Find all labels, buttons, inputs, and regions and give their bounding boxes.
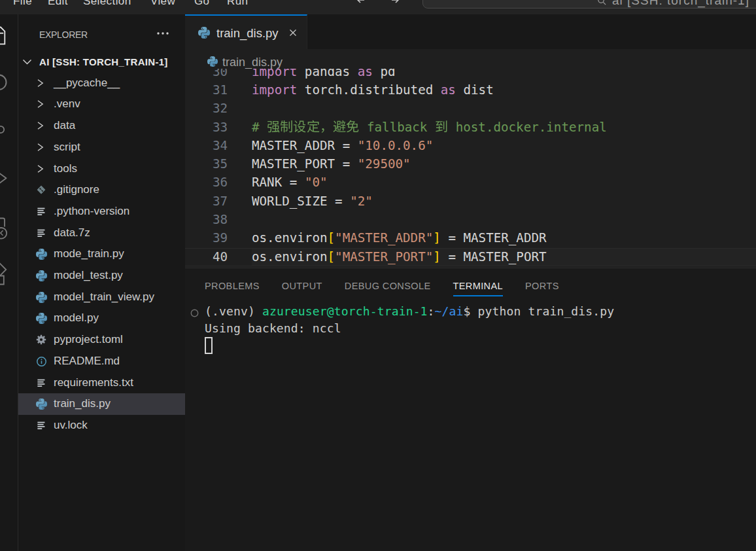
code-token: WORLD_SIZE: [252, 194, 335, 209]
ellipsis-icon[interactable]: [157, 31, 169, 35]
tree-item-model-py[interactable]: model.py: [18, 308, 185, 329]
code-token: "29500": [358, 156, 411, 171]
tree-item-uv-lock[interactable]: uv.lock: [18, 415, 185, 436]
tree-item-label: requirements.txt: [54, 376, 133, 389]
code-line-text: MASTER_PORT = "29500": [252, 155, 411, 173]
tree-item-script[interactable]: script: [18, 137, 185, 158]
command-decoration-icon: [190, 308, 199, 320]
code-token: fallback: [359, 120, 435, 135]
tree-item-data-7z[interactable]: data.7z: [18, 222, 185, 244]
terminal-text-segment: (.venv): [205, 304, 262, 318]
tree-item-label: .gitignore: [54, 183, 99, 196]
tree-item-label: model.py: [54, 311, 99, 325]
tree-item-train-dis-py[interactable]: train_dis.py: [18, 393, 185, 415]
code-token: dist: [456, 82, 494, 98]
code-token: os.environ: [252, 230, 328, 245]
panel-tab-terminal[interactable]: TERMINAL: [453, 277, 504, 296]
menu-run[interactable]: Run: [227, 0, 248, 8]
code-token: pd: [373, 69, 396, 79]
tree-root[interactable]: AI [SSH: TORCH_TRAIN-1]: [18, 51, 185, 73]
code-token: as: [441, 82, 456, 98]
panel-tabs: PROBLEMSOUTPUTDEBUG CONSOLETERMINALPORTS: [205, 277, 559, 296]
gear-file-icon: [36, 334, 47, 346]
command-center[interactable]: ai [SSH: torch_train-1]: [422, 0, 756, 9]
code-editor[interactable]: 30import pandas as pd31import torch.dist…: [185, 69, 756, 268]
code-token: =: [290, 175, 305, 190]
code-line-text: MASTER_ADDR = "10.0.0.6": [252, 137, 433, 155]
menu-edit[interactable]: Edit: [48, 0, 68, 8]
run-debug-icon[interactable]: [0, 171, 7, 185]
tree-item-label: tools: [54, 162, 77, 175]
code-line-31: 31import torch.distributed as dist: [185, 81, 756, 99]
text-file-icon: [36, 206, 47, 217]
code-token: "MASTER_PORT": [335, 249, 433, 264]
line-number: 34: [185, 137, 228, 155]
tree-item-model-train-view-py[interactable]: model_train_view.py: [18, 287, 185, 308]
code-token: MASTER_ADDR: [252, 138, 343, 153]
terminal-output[interactable]: (.venv) azureuser@torch-train-1:~/ai$ py…: [205, 303, 614, 337]
panel-tab-problems[interactable]: PROBLEMS: [205, 277, 260, 296]
code-line-36: 36RANK = "0": [185, 173, 756, 192]
tree-item-data[interactable]: data: [18, 115, 185, 137]
code-line-30: 30import pandas as pd: [185, 69, 756, 81]
explorer-sidebar: EXPLORER AI [SSH: TORCH_TRAIN-1]__pycach…: [18, 14, 185, 551]
code-token: MASTER_PORT: [252, 156, 343, 171]
menu-view[interactable]: View: [150, 0, 175, 8]
tree-item--python-version[interactable]: .python-version: [18, 201, 185, 222]
code-token: [: [328, 249, 335, 264]
back-arrow-icon[interactable]: [356, 0, 366, 5]
tree-item--gitignore[interactable]: .gitignore: [18, 179, 185, 201]
panel-tab-debug-console[interactable]: DEBUG CONSOLE: [345, 277, 431, 296]
extensions-icon[interactable]: [0, 262, 6, 285]
panel-tab-output[interactable]: OUTPUT: [282, 277, 322, 296]
tree-item-pyproject-toml[interactable]: pyproject.toml: [18, 329, 185, 351]
cjk-glyph: [307, 120, 320, 133]
text-file-icon: [36, 420, 47, 431]
search-icon[interactable]: [0, 75, 7, 90]
code-token: =: [343, 138, 358, 153]
title-bar: FileEditSelectionViewGoRun ai [SSH: torc…: [0, 0, 756, 14]
tree-item-label: __pycache__: [54, 77, 120, 90]
line-number: 36: [185, 173, 228, 192]
tree-item-label: pyproject.toml: [54, 333, 123, 346]
terminal-text-segment: :: [428, 304, 435, 318]
code-line-text: import pandas as pd: [252, 69, 396, 81]
line-number: 39: [185, 229, 228, 247]
line-number: 30: [185, 69, 228, 81]
line-number: 31: [185, 81, 228, 99]
tree-item-label: data: [54, 119, 75, 132]
tree-item-mode-train-py[interactable]: mode_train.py: [18, 243, 185, 265]
menu-file[interactable]: File: [13, 0, 32, 8]
terminal-text-segment: Using backend: nccl: [205, 321, 341, 335]
tree-item-readme-md[interactable]: README.md: [18, 351, 185, 372]
files-icon[interactable]: [0, 27, 5, 44]
python-file-icon: [36, 292, 47, 303]
forward-arrow-icon[interactable]: [390, 0, 400, 5]
tree-item-model-test-py[interactable]: model_test.py: [18, 265, 185, 287]
tab-train-dis-py[interactable]: train_dis.py: [185, 14, 307, 49]
terminal-text-segment: azureuser@torch-train-1: [262, 304, 428, 318]
chevron-right-icon: [35, 142, 46, 152]
code-token: torch.distributed: [297, 82, 441, 98]
chevron-right-icon: [35, 99, 46, 109]
code-token: import: [252, 69, 297, 79]
tree-item-requirements-txt[interactable]: requirements.txt: [18, 372, 185, 394]
tree-item--venv[interactable]: .venv: [18, 94, 185, 115]
tree-item-tools[interactable]: tools: [18, 158, 185, 180]
remote-explorer-icon[interactable]: [0, 219, 7, 239]
menu-selection[interactable]: Selection: [83, 0, 131, 8]
code-token: =: [343, 156, 358, 171]
source-control-icon[interactable]: [0, 126, 4, 133]
python-icon: [198, 27, 210, 39]
breadcrumb[interactable]: train_dis.py: [185, 49, 756, 69]
python-file-icon: [36, 270, 47, 281]
close-icon[interactable]: [288, 27, 298, 38]
code-token: "10.0.0.6": [358, 138, 434, 153]
menu-go[interactable]: Go: [194, 0, 209, 8]
chevron-right-icon: [35, 120, 46, 131]
cjk-glyph: [435, 120, 448, 133]
tree-item--pycache-[interactable]: __pycache__: [18, 73, 185, 94]
terminal-line: (.venv) azureuser@torch-train-1:~/ai$ py…: [205, 303, 614, 320]
panel-tab-ports[interactable]: PORTS: [525, 277, 559, 296]
code-token: #: [252, 120, 267, 135]
